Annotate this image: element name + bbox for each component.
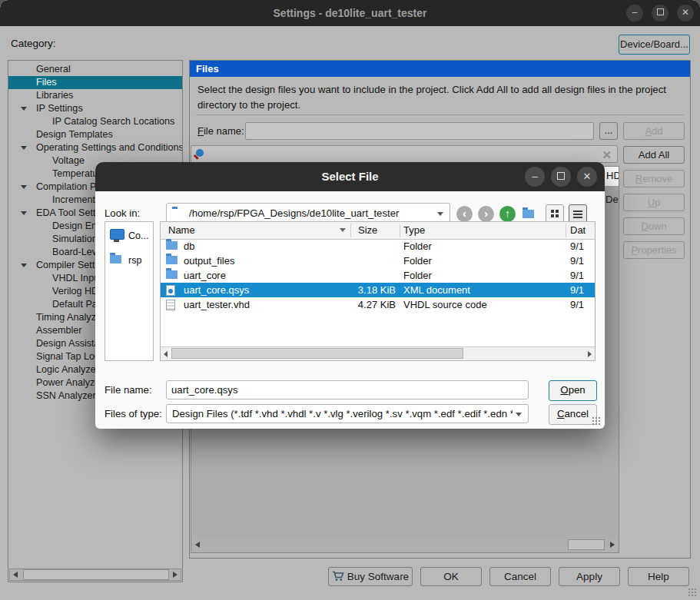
column-header-type[interactable]: Type [403,224,425,236]
text-file-icon [166,300,175,310]
device-board-button[interactable]: Device/Board... [619,35,690,55]
up-button[interactable]: Up [623,194,685,211]
close-icon[interactable]: ✕ [677,5,694,22]
remove-button[interactable]: Remove [623,170,685,187]
qsys-file-icon [166,285,175,296]
maximize-icon[interactable] [551,167,571,187]
search-icon [196,149,204,157]
file-row[interactable]: db Folder 9/1 [161,239,595,254]
scrollbar-thumb[interactable] [23,569,169,580]
file-list-header: Name Size Type Dat [161,222,595,240]
table-horizontal-scrollbar[interactable] [192,539,618,552]
tree-horizontal-scrollbar[interactable] [9,569,181,581]
scrollbar-thumb[interactable] [568,539,605,550]
column-header-name[interactable]: Name [168,224,195,236]
add-all-button[interactable]: Add All [623,146,685,164]
scrollbar-thumb[interactable] [171,348,463,359]
scroll-right-arrow[interactable] [169,569,181,580]
folder-icon [166,241,177,250]
sidebar-item-libraries[interactable]: Libraries [8,89,182,102]
expander-icon[interactable] [21,185,27,189]
minimize-icon[interactable]: – [525,167,545,187]
forward-button[interactable]: › [478,206,494,222]
places-sidebar: Co... rsp [105,221,154,361]
current-path: /home/rsp/FPGA_Designs/de10lite_uart_tes… [189,207,399,219]
files-of-type-label: Files of type: [105,408,162,419]
file-row-selected[interactable]: uart_core.qsys 3.18 KiB XML document 9/1 [161,283,595,297]
file-row[interactable]: uart_core Folder 9/1 [161,268,595,283]
filter-input[interactable]: ✕ [191,145,618,163]
file-name-input[interactable] [245,122,594,140]
window-titlebar: Settings - de10lite_uart_tester – ✕ [0,0,700,26]
ok-button[interactable]: OK [420,567,482,586]
file-name-input[interactable] [166,380,529,399]
icon-view-button[interactable] [546,204,564,223]
column-header-size[interactable]: Size [358,224,377,236]
file-name-label: File name: [197,125,244,137]
scroll-right-arrow[interactable] [606,539,618,550]
expander-icon[interactable] [21,264,27,267]
folder-icon [523,210,534,218]
file-row[interactable]: output_files Folder 9/1 [161,254,595,268]
browse-button[interactable]: ... [599,122,618,140]
window-resize-grip[interactable] [688,588,697,597]
scroll-left-arrow[interactable] [192,539,204,550]
look-in-label: Look in: [105,207,140,219]
down-button[interactable]: Down [623,217,685,235]
category-label: Category: [11,38,56,49]
properties-button[interactable]: Properties [623,241,685,259]
column-header-date[interactable]: Dat [570,224,586,236]
detail-view-button[interactable] [569,204,587,223]
back-button[interactable]: ‹ [456,206,473,222]
look-in-combobox[interactable]: /home/rsp/FPGA_Designs/de10lite_uart_tes… [166,203,450,224]
table-cell-fragment: Def [605,194,619,205]
apply-button[interactable]: Apply [559,567,620,586]
chevron-down-icon [516,413,522,416]
files-of-type-combobox[interactable]: Design Files (*.tdf *.vhd *.vhdl *.v *.v… [166,404,529,423]
clear-icon[interactable]: ✕ [602,148,612,162]
list-view-icon [573,210,582,212]
file-list: Name Size Type Dat db Folder 9/1 output_… [160,221,595,361]
expander-icon[interactable] [21,146,27,150]
sort-descending-icon [340,228,346,232]
cart-icon [332,571,344,582]
sidebar-item-general[interactable]: General [8,63,182,76]
separator [196,114,684,115]
sidebar-item-ip-catalog-search-locations[interactable]: IP Catalog Search Locations [8,115,182,128]
place-computer[interactable]: Co... [105,227,153,247]
cancel-button[interactable]: Cancel [489,567,551,586]
settings-window: Settings - de10lite_uart_tester – ✕ Cate… [0,0,700,600]
table-header-fragment: HD [606,170,619,181]
up-directory-button[interactable]: ↑ [499,206,516,222]
folder-icon [166,256,177,264]
sidebar-item-files[interactable]: Files [8,76,182,89]
place-rsp[interactable]: rsp [105,251,153,271]
file-list-horizontal-scrollbar[interactable] [161,346,595,360]
add-button[interactable]: Add [623,122,685,140]
sidebar-item-operating-settings-and-conditions[interactable]: Operating Settings and Conditions [8,141,182,154]
new-folder-button[interactable] [520,206,536,222]
sidebar-item-ip-settings[interactable]: IP Settings [8,102,182,115]
expander-icon[interactable] [21,211,27,215]
folder-icon [166,270,177,279]
file-name-label: File name: [105,384,152,396]
scroll-left-arrow[interactable] [10,569,22,580]
help-button[interactable]: Help [628,567,689,586]
expander-icon[interactable] [21,107,27,111]
dialog-titlebar: Select File – ✕ [95,162,605,191]
file-row[interactable]: uart_tester.vhd 4.27 KiB VHDL source cod… [161,297,595,312]
open-button[interactable]: Open [549,380,597,401]
dialog-resize-grip[interactable] [592,416,601,426]
files-panel-description: Select the design files you want to incl… [197,82,682,112]
folder-icon [110,255,121,264]
footer-buttons: Buy Software OK Cancel Apply Help [328,567,689,586]
dialog-cancel-button[interactable]: Cancel [549,404,597,425]
minimize-icon[interactable]: – [626,5,643,22]
sidebar-item-design-templates[interactable]: Design Templates [8,128,182,141]
maximize-icon[interactable] [652,5,668,22]
chevron-down-icon [437,212,443,216]
close-icon[interactable]: ✕ [577,167,597,187]
scroll-right-arrow[interactable] [588,351,592,357]
scroll-left-arrow[interactable] [164,351,168,357]
buy-software-button[interactable]: Buy Software [328,567,413,586]
